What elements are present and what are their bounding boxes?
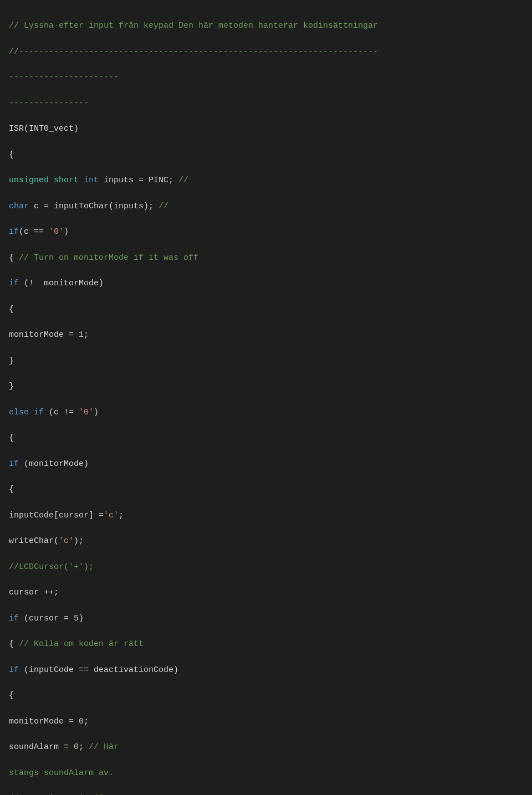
code-token: monitorMode = <box>9 717 79 726</box>
code-token: if <box>9 665 19 675</box>
code-token: ; <box>119 511 124 520</box>
code-token: 0 <box>74 742 79 752</box>
code-token: // <box>178 176 188 185</box>
code-token: '0' <box>49 227 64 237</box>
code-line: { <box>9 483 523 496</box>
code-token: cursor ++; <box>9 588 59 597</box>
code-token: ; <box>79 742 89 752</box>
code-line: { <box>9 303 523 316</box>
code-line: if(c == '0') <box>9 225 523 238</box>
code-token: 'c' <box>59 536 74 546</box>
code-token: ; <box>84 330 89 340</box>
code-line: inputCode[cursor] ='c'; <box>9 509 523 522</box>
code-token: ; <box>84 717 89 726</box>
code-line: if (! monitorMode) <box>9 277 523 290</box>
code-token: //LCDCursor('+'); <box>9 562 94 572</box>
code-token: ); <box>74 536 84 546</box>
code-token: } <box>9 382 14 391</box>
code-line: { <box>9 432 523 444</box>
code-token: char <box>9 202 29 211</box>
code-token: else <box>9 408 29 417</box>
code-token: ) <box>79 614 84 623</box>
code-line: { // Kolla om koden är rätt <box>9 638 523 650</box>
code-line: if (monitorMode) <box>9 458 523 470</box>
code-line: { <box>9 689 523 702</box>
code-token: if <box>9 459 19 469</box>
code-token: int <box>84 176 99 185</box>
code-line: char c = inputToChar(inputs); // <box>9 200 523 213</box>
code-token: writeChar( <box>9 536 59 546</box>
code-token: 0 <box>79 717 84 726</box>
code-line: { <box>9 148 523 161</box>
code-line: // Lyssna efter input från keypad Den hä… <box>9 19 523 32</box>
code-token: { <box>9 691 14 700</box>
code-token: if <box>34 408 44 417</box>
code-token: { <box>9 150 14 160</box>
code-line: //LCDCursor('+'); <box>9 561 523 573</box>
code-line: if (inputCode == deactivationCode) <box>9 664 523 676</box>
code-token: (inputCode == deactivationCode) <box>19 665 178 675</box>
code-token: //--------------------------------------… <box>9 47 378 57</box>
code-token: unsigned short <box>9 176 79 185</box>
code-line: ISR(INT0_vect) <box>9 122 523 135</box>
code-token: // Lyssna efter input från keypad Den hä… <box>9 21 378 30</box>
code-line: cursor ++; <box>9 586 523 599</box>
code-token: c = inputToChar(inputs); <box>29 202 158 211</box>
code-token: { <box>9 305 14 314</box>
code-token: // Kolla om koden är rätt <box>19 639 144 649</box>
code-token: 1 <box>79 330 84 340</box>
code-token: ---------------------- <box>9 73 119 82</box>
code-token: (cursor = <box>19 614 74 623</box>
code-line: if (cursor = 5) <box>9 612 523 625</box>
code-line: { // Turn on monitorMode if it was off <box>9 252 523 264</box>
code-token: soundAlarm = <box>9 742 74 752</box>
code-line: } <box>9 355 523 367</box>
code-token: (! monitorMode) <box>19 279 104 288</box>
code-token: { <box>9 485 14 494</box>
code-line: ---------------------- <box>9 71 523 84</box>
code-token: stängs soundAlarm av. <box>9 768 114 778</box>
code-line: soundAlarm = 0; // Här <box>9 741 523 753</box>
code-line: //TEMPwriteString("Correct <box>9 792 523 795</box>
code-line: } <box>9 380 523 393</box>
code-token: ISR(INT0_vect) <box>9 124 79 134</box>
code-line: unsigned short int inputs = PINC; // <box>9 174 523 187</box>
code-line: monitorMode = 0; <box>9 715 523 728</box>
code-token: ) <box>64 227 69 237</box>
code-line: monitorMode = 1; <box>9 329 523 341</box>
code-token: { <box>9 253 19 263</box>
code-token: (monitorMode) <box>19 459 89 469</box>
code-token: } <box>9 356 14 366</box>
code-token: (c != <box>44 408 79 417</box>
code-token: '0' <box>79 408 94 417</box>
code-token: ) <box>94 408 99 417</box>
code-token: 5 <box>74 614 79 623</box>
code-token <box>79 176 84 185</box>
code-line: ---------------- <box>9 97 523 110</box>
code-token: inputCode[cursor] = <box>9 511 104 520</box>
code-token: { <box>9 639 19 649</box>
code-token: (c == <box>19 227 49 237</box>
code-token: if <box>9 614 19 623</box>
code-token: if <box>9 279 19 288</box>
code-token: // Här <box>89 742 119 752</box>
code-token: // Turn on monitorMode if it was off <box>19 253 198 263</box>
code-token: 'c' <box>104 511 119 520</box>
code-line: writeChar('c'); <box>9 535 523 547</box>
code-token: ---------------- <box>9 99 89 108</box>
code-line: else if (c != '0') <box>9 406 523 419</box>
code-token: inputs = PINC; <box>99 176 178 185</box>
code-token: if <box>9 227 19 237</box>
code-token: monitorMode = <box>9 330 79 340</box>
code-token <box>29 408 34 417</box>
code-token: // <box>158 202 168 211</box>
code-line: stängs soundAlarm av. <box>9 767 523 779</box>
code-editor: // Lyssna efter input från keypad Den hä… <box>9 7 523 795</box>
code-line: //--------------------------------------… <box>9 45 523 58</box>
code-token: { <box>9 433 14 443</box>
